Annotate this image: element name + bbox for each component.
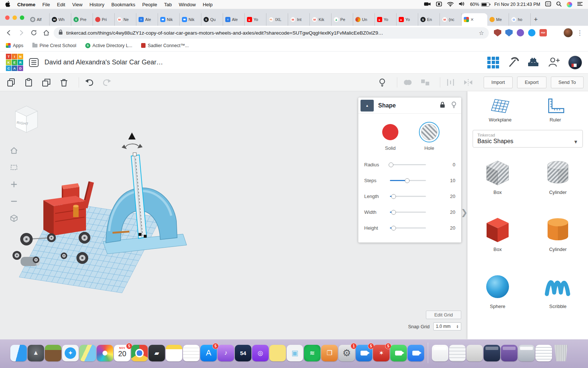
wheel[interactable] xyxy=(79,232,90,244)
align-icon[interactable] xyxy=(444,76,457,89)
tab-En[interactable]: SEn xyxy=(418,13,440,26)
radius-slider[interactable] xyxy=(390,164,426,165)
omnibox[interactable]: tinkercad.com/things/c4wy88uZY1z-copy-of… xyxy=(54,27,489,39)
solid-swatch[interactable] xyxy=(382,124,398,140)
steps-slider-knob[interactable] xyxy=(405,178,410,183)
design-menu-icon[interactable] xyxy=(29,58,39,67)
tab-Yo[interactable]: ▶Yo xyxy=(375,13,397,26)
tab-Pri[interactable]: Pri xyxy=(93,13,115,26)
dock-books-icon[interactable]: ❐ xyxy=(321,345,338,361)
dock-display-icon[interactable] xyxy=(466,345,483,361)
new-tab-button[interactable]: + xyxy=(531,14,541,25)
dock-zoom-icon[interactable] xyxy=(408,345,424,361)
shape-sphere[interactable]: Sphere xyxy=(481,270,514,309)
spotlight-icon[interactable] xyxy=(556,1,562,8)
hide-shape-icon[interactable] xyxy=(451,101,457,110)
tab-Nik[interactable]: Nik xyxy=(180,13,201,26)
capture-icon[interactable] xyxy=(436,1,442,8)
menu-bookmarks[interactable]: Bookmarks xyxy=(111,2,135,7)
spinner-icon[interactable]: ▲▼ xyxy=(456,325,459,328)
perspective-toggle-button[interactable] xyxy=(8,212,20,224)
tab-Ale[interactable]: ≡Ale xyxy=(223,13,245,26)
tab-Ale[interactable]: ≡Ale xyxy=(136,13,158,26)
extension-pdf-icon[interactable]: PDF xyxy=(539,29,547,36)
menu-help[interactable]: Help xyxy=(203,2,213,7)
scale-handle[interactable] xyxy=(144,235,147,238)
lock-icon[interactable] xyxy=(58,29,63,36)
tab-Int[interactable]: MInt xyxy=(288,13,310,26)
tab-Me[interactable]: Me xyxy=(487,13,509,26)
copy-icon[interactable] xyxy=(4,76,18,89)
dock-minecraft-icon[interactable] xyxy=(45,345,61,361)
tab-Nik[interactable]: Nik xyxy=(158,13,180,26)
solid-option[interactable]: Solid xyxy=(380,122,401,151)
dock-roblox-icon[interactable]: ▰ xyxy=(148,345,165,361)
tab-(nc[interactable]: M(nc xyxy=(440,13,462,26)
bricks-icon[interactable] xyxy=(527,56,539,69)
tab-Kik[interactable]: MKik xyxy=(310,13,331,26)
tab-Pe[interactable]: ▲Pe xyxy=(331,13,353,26)
3d-canvas[interactable]: RIGHT ▲ Shape xyxy=(0,91,467,339)
menu-view[interactable]: View xyxy=(72,2,82,7)
shape-library-dropdown[interactable]: Tinkercad Basic Shapes ▼ xyxy=(473,130,583,148)
dock-textedit-icon[interactable] xyxy=(183,345,200,361)
workplane-tool[interactable]: Workplane xyxy=(478,96,522,125)
forward-button[interactable] xyxy=(16,28,26,38)
pickaxe-icon[interactable] xyxy=(507,56,519,69)
design-title[interactable]: David and Alexandra's Solar Car Gear… xyxy=(44,59,487,66)
extension-dark-ext-icon[interactable] xyxy=(551,29,558,36)
tab-Un[interactable]: Un xyxy=(353,13,375,26)
dock-finder-icon[interactable] xyxy=(10,345,27,361)
undo-icon[interactable] xyxy=(83,76,96,89)
home-button[interactable] xyxy=(41,28,51,38)
tinkercad-logo[interactable]: TINKERCAD xyxy=(6,54,23,71)
shape-box-solid[interactable]: Box xyxy=(481,213,514,252)
scale-handle-top[interactable] xyxy=(133,153,136,156)
shape-scribble[interactable]: Scribble xyxy=(542,270,574,309)
dock-win-mixed-icon[interactable] xyxy=(518,345,535,361)
apple-menu-icon[interactable] xyxy=(5,1,10,8)
menu-edit[interactable]: Edit xyxy=(57,2,65,7)
menu-history[interactable]: History xyxy=(89,2,104,7)
dock-app-store-icon[interactable]: A5 xyxy=(200,345,217,361)
dock-doc-stack-icon[interactable] xyxy=(449,345,466,361)
dock-trash-icon[interactable] xyxy=(553,345,569,361)
menu-file[interactable]: File xyxy=(42,2,50,7)
back-button[interactable] xyxy=(4,28,14,38)
add-person-icon[interactable] xyxy=(548,56,560,69)
import-button[interactable]: Import xyxy=(484,77,513,88)
dock-notes-icon[interactable] xyxy=(166,345,182,361)
menu-app-name[interactable]: Chrome xyxy=(17,2,35,7)
dock-stickies-icon[interactable] xyxy=(269,345,286,361)
height-slider[interactable] xyxy=(390,227,426,229)
wheel[interactable] xyxy=(20,233,33,245)
extension-twitter-icon[interactable] xyxy=(528,29,535,36)
shape-cylinder-solid[interactable]: Cylinder xyxy=(542,213,574,252)
dock-settings-icon[interactable]: ⚙1 xyxy=(338,345,355,361)
dock-red-app-icon[interactable]: ✶5 xyxy=(373,345,390,361)
dock-chrome-icon[interactable] xyxy=(131,345,148,361)
home-view-button[interactable] xyxy=(8,145,20,156)
extension-grammarly-icon[interactable] xyxy=(517,29,524,36)
bookmark-star-icon[interactable]: ☆ xyxy=(479,29,484,36)
wheel[interactable] xyxy=(47,233,56,242)
shape-box-hole[interactable]: Box xyxy=(481,156,514,195)
minimize-window-button[interactable] xyxy=(12,15,17,20)
dock-win-light-icon[interactable] xyxy=(432,345,448,361)
mirror-icon[interactable] xyxy=(462,76,475,89)
shape-cylinder-hole[interactable]: Cylinder xyxy=(542,156,574,195)
dashboard-grid-icon[interactable] xyxy=(487,57,499,68)
menu-tab[interactable]: Tab xyxy=(164,2,172,7)
menu-people[interactable]: People xyxy=(142,2,157,7)
notification-center-icon[interactable] xyxy=(577,1,583,7)
dock-camera-blue-icon[interactable]: 5 xyxy=(356,345,372,361)
export-button[interactable]: Export xyxy=(517,77,546,88)
tab-Wh[interactable]: WWh xyxy=(50,13,71,26)
hole-option[interactable]: Hole xyxy=(419,122,440,151)
fit-view-button[interactable] xyxy=(8,162,20,173)
zoom-in-button[interactable] xyxy=(8,178,20,190)
dock-facetime-icon[interactable] xyxy=(390,345,407,361)
tab-ho[interactable]: Gho xyxy=(509,13,531,26)
steps-slider[interactable] xyxy=(390,180,426,181)
profile-avatar[interactable] xyxy=(563,28,573,38)
